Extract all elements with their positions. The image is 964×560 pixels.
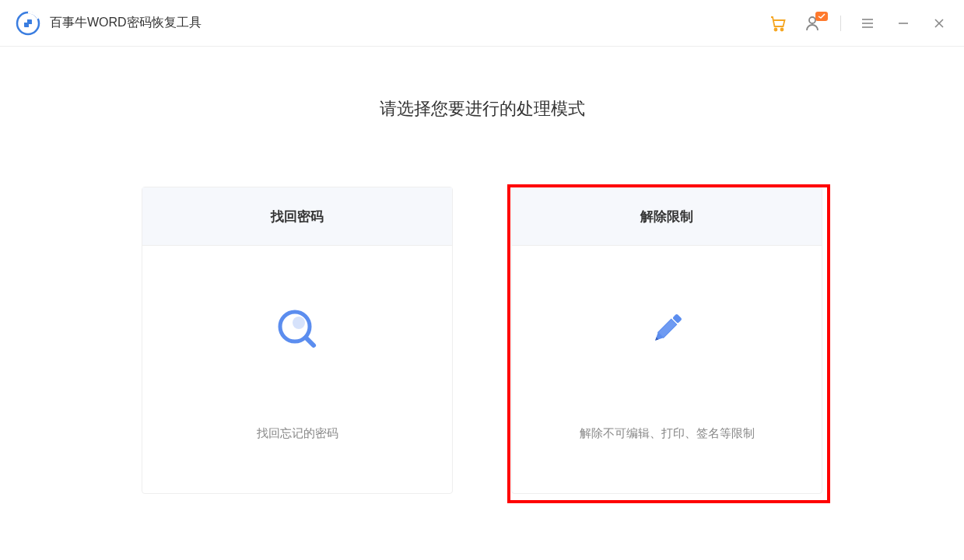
menu-icon[interactable] [858, 14, 877, 33]
card-body: 解除不可编辑、打印、签名等限制 [512, 246, 822, 493]
titlebar-right [769, 14, 948, 33]
card-title: 解除限制 [640, 208, 693, 226]
svg-point-6 [809, 17, 815, 23]
card-header: 解除限制 [512, 187, 822, 246]
svg-rect-2 [24, 19, 27, 23]
card-title: 找回密码 [271, 208, 324, 226]
cart-icon[interactable] [769, 14, 787, 33]
search-icon [274, 306, 321, 352]
svg-rect-17 [658, 319, 677, 338]
svg-rect-3 [29, 24, 32, 27]
titlebar: 百事牛WORD密码恢复工具 [0, 0, 964, 47]
svg-line-15 [306, 338, 314, 345]
svg-point-14 [293, 317, 305, 329]
mode-card-remove-restriction[interactable]: 解除限制 解除不可编辑、打印、签名等限制 [511, 187, 822, 494]
app-logo-icon [16, 11, 40, 36]
minimize-button[interactable] [894, 14, 913, 33]
pencil-icon [643, 306, 690, 352]
card-body: 找回忘记的密码 [142, 246, 452, 493]
card-description: 解除不可编辑、打印、签名等限制 [580, 426, 755, 441]
page-subtitle: 请选择您要进行的处理模式 [380, 97, 585, 121]
mode-cards: 找回密码 找回忘记的密码 解除限制 [142, 187, 822, 494]
card-description: 找回忘记的密码 [257, 426, 338, 441]
mode-card-recover-password[interactable]: 找回密码 找回忘记的密码 [142, 187, 453, 494]
user-icon[interactable] [805, 14, 823, 33]
titlebar-left: 百事牛WORD密码恢复工具 [16, 11, 202, 36]
main-content: 请选择您要进行的处理模式 找回密码 找回忘记的密码 解除限制 [0, 47, 964, 494]
svg-point-4 [775, 28, 777, 30]
titlebar-divider [840, 16, 841, 31]
close-button[interactable] [930, 14, 948, 33]
svg-point-5 [781, 28, 783, 30]
app-title: 百事牛WORD密码恢复工具 [50, 15, 202, 31]
card-header: 找回密码 [142, 187, 452, 246]
